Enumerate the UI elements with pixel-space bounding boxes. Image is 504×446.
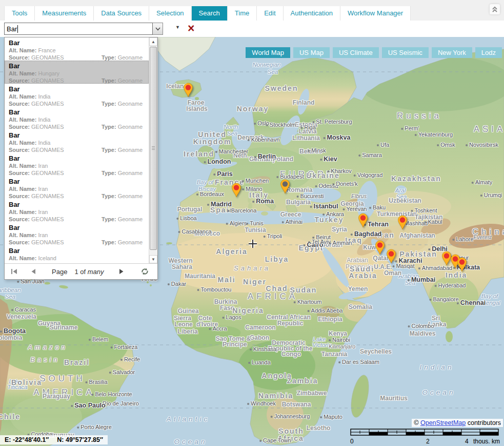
map-marker[interactable]	[456, 257, 468, 272]
menu-bar: Tools Measurements Data Sources Selectio…	[0, 0, 504, 21]
result-source-type: Source: GEONAMESType: Geoname	[9, 146, 144, 153]
result-name: Bar	[9, 131, 144, 139]
search-result-item[interactable]: BarAlt. Name: HungarySource: GEONAMESTyp…	[5, 61, 149, 84]
coordinate-north: N: 49°57′27.85″	[57, 436, 103, 443]
result-name: Bar	[9, 247, 144, 255]
scale-tick-0: 0	[350, 438, 354, 445]
result-alt-name: Alt. Name: India	[9, 93, 144, 100]
first-page-button[interactable]	[10, 268, 18, 275]
clear-search-button[interactable]: ×	[188, 21, 194, 36]
next-page-button[interactable]	[117, 268, 126, 275]
scale-bar: 0 2 4 thous. km	[350, 428, 500, 445]
map-marker[interactable]	[386, 248, 397, 264]
search-input[interactable]: Bar	[4, 23, 153, 35]
text-caret	[17, 25, 18, 33]
search-result-item[interactable]: BarAlt. Name: IranSource: GEONAMESType: …	[5, 176, 149, 199]
prev-page-icon	[31, 268, 36, 275]
page-total: many	[88, 268, 104, 276]
result-alt-name: Alt. Name: Iran	[9, 185, 144, 192]
scale-tick-2: 2	[426, 438, 430, 445]
result-alt-name: Alt. Name: Iran	[9, 208, 144, 216]
double-chevron-up-icon	[491, 6, 498, 13]
tab-selection[interactable]: Selection	[149, 6, 191, 21]
result-source-type: Source: GEONAMESType: Geoname	[9, 54, 144, 61]
search-results-panel: BarAlt. Name: FranceSource: GEONAMESType…	[4, 37, 158, 280]
layer-button-us-map[interactable]: US Map	[293, 47, 330, 58]
search-results-list: BarAlt. Name: FranceSource: GEONAMESType…	[5, 37, 149, 263]
map-marker[interactable]	[397, 215, 408, 230]
map-marker[interactable]	[374, 240, 386, 255]
layer-button-us-seismic[interactable]: US Seismic	[382, 47, 429, 58]
search-query-text: Bar	[7, 25, 17, 33]
result-name: Bar	[9, 224, 144, 231]
result-source-type: Source: GEONAMESType: Geoname	[9, 100, 144, 107]
search-result-item[interactable]: BarAlt. Name: IndiaSource: GEONAMESType:…	[5, 84, 149, 107]
prev-page-button[interactable]	[29, 268, 37, 275]
result-source-type: Source: GEONAMESType: Geoname	[9, 169, 144, 177]
layer-button-world-map[interactable]: World Map	[246, 47, 290, 58]
refresh-icon	[141, 268, 149, 275]
search-result-item[interactable]: BarAlt. Name: IcelandSource: GEONAMESTyp…	[5, 245, 149, 263]
result-alt-name: Alt. Name: India	[9, 139, 144, 146]
coordinate-east: E: -22°48′40.1″	[5, 436, 49, 443]
search-result-item[interactable]: BarAlt. Name: IranSource: GEONAMESType: …	[5, 222, 149, 245]
app: Tools Measurements Data Sources Selectio…	[0, 0, 504, 446]
map-marker[interactable]	[357, 212, 369, 228]
map-marker[interactable]	[231, 182, 242, 198]
map-attribution: © OpenStreetMap contributors	[412, 419, 503, 427]
results-scrollbar[interactable]: ▲ ▼	[149, 37, 157, 263]
tab-authentication[interactable]: Authentication	[284, 6, 340, 21]
scroll-down-button[interactable]: ▼	[149, 255, 157, 263]
search-dropdown-button[interactable]	[153, 23, 163, 35]
search-result-item[interactable]: BarAlt. Name: IndiaSource: GEONAMESType:…	[5, 130, 149, 153]
tab-time[interactable]: Time	[228, 6, 257, 21]
result-source-type: Source: GEONAMESType: Geoname	[9, 77, 144, 84]
result-name: Bar	[9, 178, 144, 185]
page-current: 1	[74, 268, 78, 276]
results-pagination: Page 1 of many	[5, 263, 157, 279]
map-marker[interactable]	[183, 82, 194, 98]
result-source-type: Source: GEONAMESType: Geoname	[9, 262, 144, 263]
result-name: Bar	[9, 85, 144, 93]
tab-search[interactable]: Search	[192, 6, 228, 21]
result-name: Bar	[9, 154, 144, 162]
search-options-dropdown[interactable]: ▼	[175, 25, 180, 30]
scrollbar-grip	[152, 146, 155, 150]
tab-data-sources[interactable]: Data Sources	[94, 6, 149, 21]
page-label: Page	[52, 268, 67, 276]
openstreetmap-link[interactable]: OpenStreetMap	[420, 419, 466, 426]
page-of-label: of	[80, 268, 86, 276]
tab-workflow-manager[interactable]: Workflow Manager	[340, 6, 411, 21]
refresh-button[interactable]	[141, 268, 149, 275]
scroll-up-button[interactable]: ▲	[149, 37, 157, 46]
result-alt-name: Alt. Name: France	[9, 47, 144, 54]
map-marker-selected[interactable]	[279, 179, 291, 194]
coordinate-display: E: -22°48′40.1″ N: 49°57′27.85″	[0, 435, 108, 444]
search-result-item[interactable]: BarAlt. Name: IranSource: GEONAMESType: …	[5, 199, 149, 222]
scale-labels: 0 2 4 thous. km	[350, 438, 500, 445]
result-alt-name: Alt. Name: Iran	[9, 231, 144, 239]
scale-unit: thous. km	[473, 438, 500, 445]
search-result-item[interactable]: BarAlt. Name: IndiaSource: GEONAMESType:…	[5, 107, 149, 130]
collapse-panel-button[interactable]	[490, 4, 500, 14]
tab-tools[interactable]: Tools	[4, 6, 35, 21]
layer-button-us-climate[interactable]: US Climate	[333, 47, 379, 58]
result-alt-name: Alt. Name: Iran	[9, 162, 144, 169]
result-source-type: Source: GEONAMESType: Geoname	[9, 216, 144, 223]
result-alt-name: Alt. Name: Hungary	[9, 70, 144, 77]
next-page-icon	[119, 268, 124, 275]
scrollbar-thumb[interactable]	[150, 47, 157, 250]
layer-buttons: World Map US Map US Climate US Seismic N…	[246, 47, 502, 58]
tab-measurements[interactable]: Measurements	[35, 6, 94, 21]
tab-edit[interactable]: Edit	[257, 6, 283, 21]
layer-button-lodz[interactable]: Lodz	[475, 47, 502, 58]
search-result-item[interactable]: BarAlt. Name: FranceSource: GEONAMESType…	[5, 37, 149, 61]
result-name: Bar	[9, 108, 144, 116]
result-alt-name: Alt. Name: Iceland	[9, 255, 144, 262]
menu-tabs: Tools Measurements Data Sources Selectio…	[4, 6, 411, 21]
search-result-item[interactable]: BarAlt. Name: IranSource: GEONAMESType: …	[5, 153, 149, 176]
chevron-down-icon	[155, 27, 160, 31]
attribution-suffix: contributors	[466, 419, 501, 426]
attribution-prefix: ©	[414, 419, 420, 426]
layer-button-new-york[interactable]: New York	[432, 47, 472, 58]
